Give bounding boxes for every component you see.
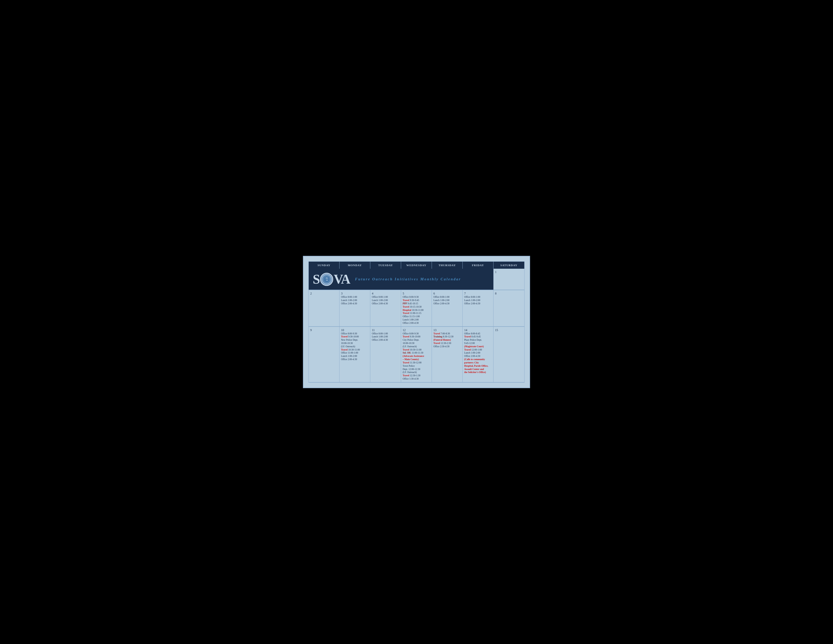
header-saturday: SATURDAY bbox=[494, 262, 524, 269]
day-12-number: 12 bbox=[403, 328, 430, 332]
day-13-entry: Travel 7:00-8:30 Training 8:30-12:30 (Fu… bbox=[433, 332, 461, 348]
logo-cell: S SEAL ★ ★ ★ VA Future Outreach Initiati… bbox=[309, 269, 494, 290]
header-friday: FRIDAY bbox=[463, 262, 494, 269]
day-2-cell: 2 bbox=[309, 290, 339, 326]
logo-text: S SEAL ★ ★ ★ VA bbox=[313, 272, 350, 287]
logo-subtitle: Future Outreach Initiatives Monthly Cale… bbox=[355, 277, 461, 281]
day-5-number: 5 bbox=[403, 292, 430, 295]
logo-seal-icon: SEAL ★ ★ ★ bbox=[320, 273, 333, 286]
day-9-cell: 9 bbox=[309, 327, 339, 382]
day-10-cell: 10 Office 8:00-9:30 Travel 9:30-10:00 Ne… bbox=[339, 327, 370, 382]
day-1-cell: 1 bbox=[494, 269, 524, 290]
day-4-cell: 4 Office 8:00-1:00Lunch 1:00-2:00Office … bbox=[370, 290, 401, 326]
page: SUNDAY MONDAY TUESDAY WEDNESDAY THURSDAY… bbox=[303, 256, 530, 388]
day-7-cell: 7 Office 8:00-1:00Lunch 1:00-2:00Office … bbox=[463, 290, 494, 326]
week-1: 2 3 Office 8:00-1:00Lunch 1:00-2:00Offic… bbox=[309, 290, 524, 326]
day-6-cell: 6 Office 8:00-1:00Lunch 1:00-2:00Office … bbox=[432, 290, 463, 326]
day-7-entry: Office 8:00-1:00Lunch 1:00-2:00Office 2:… bbox=[464, 295, 492, 305]
logo-va: VA bbox=[334, 272, 350, 287]
calendar: SUNDAY MONDAY TUESDAY WEDNESDAY THURSDAY… bbox=[309, 261, 524, 383]
header-thursday: THURSDAY bbox=[432, 262, 463, 269]
day-13-cell: 13 Travel 7:00-8:30 Training 8:30-12:30 … bbox=[432, 327, 463, 382]
svg-point-0 bbox=[322, 275, 331, 284]
day-11-number: 11 bbox=[372, 328, 399, 332]
day-12-cell: 12 Office 8:00-9:30 Travel 9:30-10:00 Ci… bbox=[401, 327, 432, 382]
day-7-number: 7 bbox=[464, 292, 492, 295]
day-13-number: 13 bbox=[433, 328, 461, 332]
day-1-number: 1 bbox=[495, 270, 523, 274]
day-14-cell: 14 Office 8:00-8:45 Travel 8:45-9:45 Pla… bbox=[463, 327, 494, 382]
day-headers: SUNDAY MONDAY TUESDAY WEDNESDAY THURSDAY… bbox=[309, 262, 524, 269]
day-10-entry: Office 8:00-9:30 Travel 9:30-10:00 New P… bbox=[341, 332, 368, 361]
day-5-entry: Office 8:00-9:30 Travel 9:30-9:45 PPP 9:… bbox=[403, 295, 430, 325]
logo-s: S bbox=[313, 272, 320, 287]
day-3-entry: Office 8:00-1:00Lunch 1:00-2:00Office 2:… bbox=[341, 295, 368, 305]
day-9-number: 9 bbox=[310, 328, 338, 332]
day-11-cell: 11 Office 8:00-1:00Lunch 1:00-2:00Office… bbox=[370, 327, 401, 382]
day-15-number: 15 bbox=[495, 328, 523, 332]
header-sunday: SUNDAY bbox=[309, 262, 339, 269]
header-monday: MONDAY bbox=[339, 262, 370, 269]
day-8-number: 8 bbox=[495, 292, 523, 295]
day-14-number: 14 bbox=[464, 328, 492, 332]
day-3-number: 3 bbox=[341, 292, 368, 295]
header-tuesday: TUESDAY bbox=[370, 262, 401, 269]
day-5-cell: 5 Office 8:00-9:30 Travel 9:30-9:45 PPP … bbox=[401, 290, 432, 326]
day-6-number: 6 bbox=[433, 292, 461, 295]
week-2: 9 10 Office 8:00-9:30 Travel 9:30-10:00 … bbox=[309, 327, 524, 382]
header-wednesday: WEDNESDAY bbox=[401, 262, 432, 269]
day-6-entry: Office 8:00-1:00Lunch 1:00-2:00Office 2:… bbox=[433, 295, 461, 305]
day-14-entry: Office 8:00-8:45 Travel 8:45-9:45 Place … bbox=[464, 332, 492, 374]
day-8-cell: 8 bbox=[494, 290, 524, 326]
day-10-number: 10 bbox=[341, 328, 368, 332]
day-2-number: 2 bbox=[310, 292, 338, 295]
day-4-entry: Office 8:00-1:00Lunch 1:00-2:00Office 2:… bbox=[372, 295, 399, 305]
day-4-number: 4 bbox=[372, 292, 399, 295]
day-3-cell: 3 Office 8:00-1:00Lunch 1:00-2:00Office … bbox=[339, 290, 370, 326]
day-12-entry: Office 8:00-9:30 Travel 9:30-10:00 City … bbox=[403, 332, 430, 381]
day-15-cell: 15 bbox=[494, 327, 524, 382]
logo-row: S SEAL ★ ★ ★ VA Future Outreach Initiati… bbox=[309, 269, 524, 290]
day-11-entry: Office 8:00-1:00Lunch 1:00-2:00Office 2:… bbox=[372, 332, 399, 342]
